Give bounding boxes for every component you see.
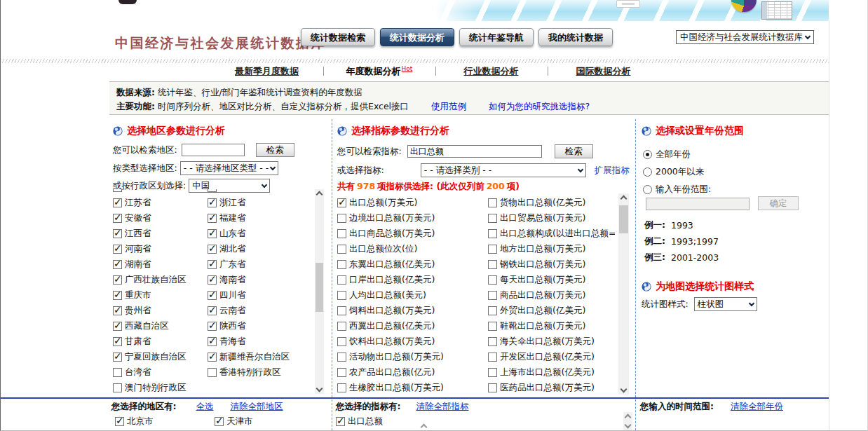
region-checkbox-item[interactable] — [113, 189, 208, 192]
region-checkbox-item[interactable]: 河南省 — [113, 243, 208, 255]
checkbox[interactable] — [208, 291, 217, 300]
radio-button[interactable] — [643, 150, 652, 159]
main-tab[interactable]: 统计数据分析 — [380, 28, 454, 46]
checkbox[interactable] — [208, 322, 217, 331]
indicator-checkbox-item[interactable]: 鞋靴出口总额(万美元) — [488, 320, 615, 332]
region-checkbox-item[interactable]: 新疆维吾尔自治区 — [208, 351, 313, 363]
scrollbar-thumb[interactable] — [619, 205, 628, 233]
subnav-link[interactable]: 年度数据分析 — [346, 66, 401, 76]
checkbox[interactable] — [488, 229, 497, 238]
checkbox[interactable] — [215, 417, 224, 426]
checkbox[interactable] — [488, 260, 497, 269]
region-checkbox-item[interactable] — [208, 189, 313, 192]
indicator-checkbox-item[interactable]: 商品出口总额(万美元) — [488, 289, 615, 301]
clear-years-link[interactable]: 清除全部年份 — [731, 401, 783, 413]
scroll-up-icon[interactable] — [625, 414, 632, 421]
checkbox[interactable] — [208, 275, 217, 285]
indicator-checkbox-item[interactable]: 生橡胶出口总额(万美元) — [337, 382, 488, 394]
region-checkbox-item[interactable]: 台湾省 — [113, 367, 208, 378]
region-checkbox-item[interactable]: 四川省 — [208, 289, 313, 301]
checkbox[interactable] — [488, 214, 497, 223]
indicator-checkbox-item[interactable]: 饮料出口总额(万美元) — [337, 336, 488, 348]
checkbox[interactable] — [337, 383, 346, 392]
region-checkbox-item[interactable]: 湖北省 — [208, 243, 313, 255]
indicator-checkbox-item[interactable]: 出口总额(万美元) — [337, 197, 488, 209]
checkbox[interactable] — [337, 198, 346, 207]
checkbox[interactable] — [208, 260, 217, 269]
checkbox[interactable] — [488, 275, 497, 285]
subnav-link[interactable]: 行业数据分析 — [464, 66, 519, 76]
checkbox[interactable] — [337, 214, 346, 223]
region-checkbox-item[interactable]: 广西壮族自治区 — [113, 274, 208, 286]
checkbox[interactable] — [208, 353, 217, 362]
region-checkbox-item[interactable]: 甘肃省 — [113, 336, 208, 348]
region-checkbox-item[interactable]: 安徽省 — [113, 212, 208, 224]
region-checkbox-item[interactable]: 浙江省 — [208, 197, 313, 209]
region-checkbox-item[interactable]: 重庆市 — [113, 289, 208, 301]
checkbox[interactable] — [488, 291, 497, 300]
scrollbar-track[interactable] — [618, 204, 629, 384]
checkbox[interactable] — [113, 198, 122, 207]
year-confirm-button[interactable]: 确定 — [758, 196, 799, 210]
checkbox[interactable] — [208, 245, 217, 254]
indicator-checkbox-item[interactable]: 上海市出口总额(亿美元) — [488, 367, 615, 378]
region-list-scrollbar[interactable] — [315, 189, 324, 394]
indicator-checkbox-item[interactable]: 开发区出口总额(亿美元) — [488, 351, 615, 363]
indicator-checkbox-item[interactable]: 口岸出口总额(亿美元) — [337, 274, 488, 286]
region-checkbox-item[interactable]: 广东省 — [208, 259, 313, 271]
usage-example-link[interactable]: 使用范例 — [431, 101, 466, 111]
radio-button[interactable] — [643, 167, 652, 177]
subnav-item[interactable]: 行业数据分析 — [435, 65, 548, 78]
checkbox[interactable] — [208, 368, 217, 377]
indicator-checkbox-item[interactable]: 出口贸易总额(万美元) — [488, 212, 615, 224]
checkbox[interactable] — [336, 417, 345, 426]
checkbox[interactable] — [208, 214, 217, 223]
region-checkbox-item[interactable]: 湖南省 — [113, 259, 208, 271]
checkbox[interactable] — [488, 245, 497, 254]
checkbox[interactable] — [488, 368, 497, 377]
database-select[interactable]: 中国经济与社会发展统计数据库 — [676, 30, 814, 44]
checkbox[interactable] — [113, 229, 122, 238]
indicator-checkbox-item[interactable]: 每天出口总额(万美元) — [488, 274, 615, 286]
checkbox[interactable] — [113, 368, 122, 377]
indicator-search-input[interactable] — [407, 145, 542, 158]
checkbox[interactable] — [208, 306, 217, 315]
checkbox[interactable] — [208, 198, 217, 207]
checkbox[interactable] — [488, 198, 497, 207]
checkbox[interactable] — [337, 368, 346, 377]
checkbox[interactable] — [113, 383, 122, 392]
region-type-select[interactable]: - - 请选择地区类型 - - — [180, 161, 278, 175]
checkbox[interactable] — [337, 291, 346, 300]
scroll-up-icon[interactable] — [621, 196, 628, 203]
subnav-item[interactable]: 国际数据分析 — [548, 65, 660, 78]
region-checkbox-item[interactable]: 山东省 — [208, 228, 313, 240]
region-checkbox-item[interactable]: 青海省 — [208, 336, 313, 348]
scrollbar-track[interactable] — [315, 200, 324, 383]
checkbox[interactable] — [488, 337, 497, 346]
checkbox[interactable] — [488, 306, 497, 315]
main-tab[interactable]: 我的统计数据 — [538, 28, 613, 46]
region-search-button[interactable]: 检索 — [256, 143, 294, 157]
indicator-checkbox-item[interactable]: 饲料出口总额(万美元) — [337, 305, 488, 317]
selected-region-item[interactable]: 北京市 — [115, 416, 215, 427]
region-search-input[interactable] — [182, 144, 245, 156]
indicator-checkbox-item[interactable]: 外贸出口总额(亿美元) — [488, 305, 615, 317]
checkbox[interactable] — [113, 245, 122, 254]
expand-indicators-link[interactable]: 扩展指标 — [595, 165, 630, 177]
indicator-checkbox-item[interactable]: 东翼出口总额(亿美元) — [337, 259, 488, 271]
select-all-link[interactable]: 全选 — [196, 401, 214, 413]
checkbox[interactable] — [113, 189, 122, 192]
indicator-checkbox-item[interactable]: 出口商品总额(万美元) — [337, 228, 488, 240]
main-tab[interactable]: 统计数据检索 — [301, 28, 375, 46]
year-range-input[interactable] — [646, 198, 750, 210]
checkbox[interactable] — [113, 337, 122, 346]
indicator-search-button[interactable]: 检索 — [555, 144, 593, 158]
selected-indicator-item[interactable]: 出口总额 — [336, 416, 635, 427]
checkbox[interactable] — [488, 353, 497, 362]
checkbox[interactable] — [337, 229, 346, 238]
subnav-item[interactable]: 年度数据分析Hot — [323, 65, 435, 78]
indicator-checkbox-item[interactable]: 钢铁出口总额(万美元) — [488, 259, 615, 271]
indicator-checkbox-item[interactable]: 人均出口总额(美元) — [337, 289, 488, 301]
scroll-up-icon[interactable] — [316, 191, 323, 198]
main-tab[interactable]: 统计年鉴导航 — [459, 28, 534, 46]
